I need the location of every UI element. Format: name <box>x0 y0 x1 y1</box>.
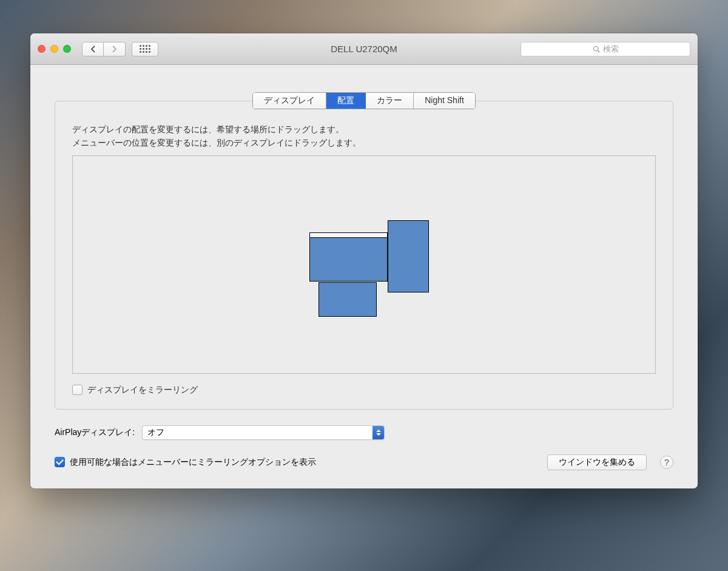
minimize-button[interactable] <box>50 45 58 53</box>
preferences-window: DELL U2720QM 検索 ディスプレイ 配置 カラー Night Shif… <box>30 33 698 488</box>
airplay-value: オフ <box>147 427 164 438</box>
back-button[interactable] <box>82 42 104 56</box>
svg-point-0 <box>593 46 598 51</box>
tab-display[interactable]: ディスプレイ <box>253 93 326 109</box>
forward-button[interactable] <box>104 42 126 56</box>
select-arrows-icon <box>372 426 384 439</box>
airplay-select[interactable]: オフ <box>142 425 385 440</box>
arrangement-area[interactable] <box>72 155 656 374</box>
menubar-indicator[interactable] <box>310 233 387 238</box>
mirror-checkbox[interactable] <box>72 385 83 395</box>
instructions: ディスプレイの配置を変更するには、希望する場所にドラッグします。 メニューバーの… <box>72 123 656 150</box>
show-in-menubar-checkbox[interactable] <box>55 457 65 467</box>
instruction-line-2: メニューバーの位置を変更するには、別のディスプレイにドラッグします。 <box>72 137 656 150</box>
tabs: ディスプレイ 配置 カラー Night Shift <box>252 92 476 109</box>
nav-buttons <box>82 42 126 56</box>
content: ディスプレイ 配置 カラー Night Shift ディスプレイの配置を変更する… <box>30 65 698 488</box>
svg-line-1 <box>598 50 599 52</box>
close-button[interactable] <box>38 45 46 53</box>
maximize-button[interactable] <box>63 45 71 53</box>
search-icon <box>593 46 600 53</box>
tab-color[interactable]: カラー <box>366 93 414 109</box>
traffic-lights <box>38 45 71 53</box>
tab-nightshift[interactable]: Night Shift <box>414 93 475 109</box>
gather-windows-button[interactable]: ウインドウを集める <box>547 454 647 470</box>
display-main[interactable] <box>309 232 388 282</box>
airplay-label: AirPlayディスプレイ: <box>55 427 135 438</box>
tab-arrangement[interactable]: 配置 <box>326 93 366 109</box>
search-input[interactable]: 検索 <box>521 42 690 56</box>
arrangement-panel: ディスプレイの配置を変更するには、希望する場所にドラッグします。 メニューバーの… <box>55 101 673 410</box>
display-secondary-bottom[interactable] <box>318 282 377 317</box>
show-in-menubar-label: 使用可能な場合はメニューバーにミラーリングオプションを表示 <box>70 457 316 468</box>
display-secondary-right[interactable] <box>388 220 429 292</box>
instruction-line-1: ディスプレイの配置を変更するには、希望する場所にドラッグします。 <box>72 123 656 137</box>
help-button[interactable]: ? <box>660 456 673 469</box>
mirror-row: ディスプレイをミラーリング <box>72 385 656 396</box>
titlebar: DELL U2720QM 検索 <box>30 33 698 65</box>
airplay-row: AirPlayディスプレイ: オフ <box>55 425 673 440</box>
bottom-row: 使用可能な場合はメニューバーにミラーリングオプションを表示 ウインドウを集める … <box>55 454 673 470</box>
show-all-button[interactable] <box>132 42 158 56</box>
search-placeholder: 検索 <box>603 44 619 55</box>
mirror-label: ディスプレイをミラーリング <box>87 385 198 396</box>
